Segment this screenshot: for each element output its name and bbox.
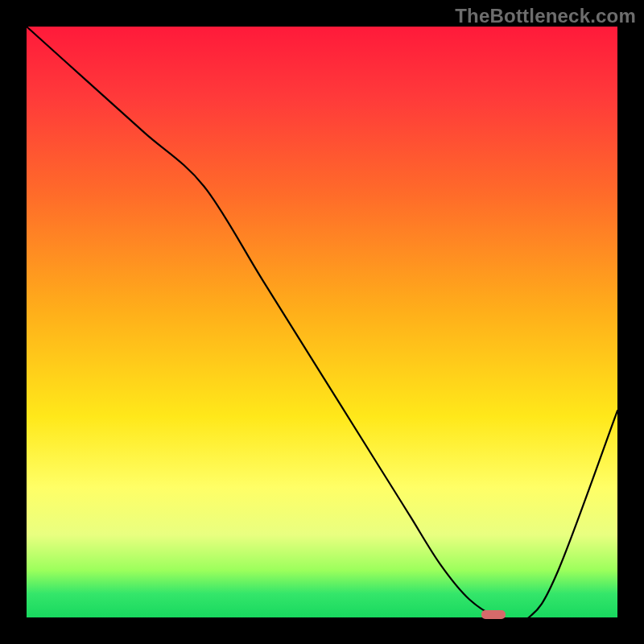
watermark-text: TheBottleneck.com <box>455 5 636 27</box>
gradient-plot-area <box>27 27 617 617</box>
chart-frame: TheBottleneck.com <box>0 0 644 644</box>
optimal-marker <box>481 610 506 619</box>
